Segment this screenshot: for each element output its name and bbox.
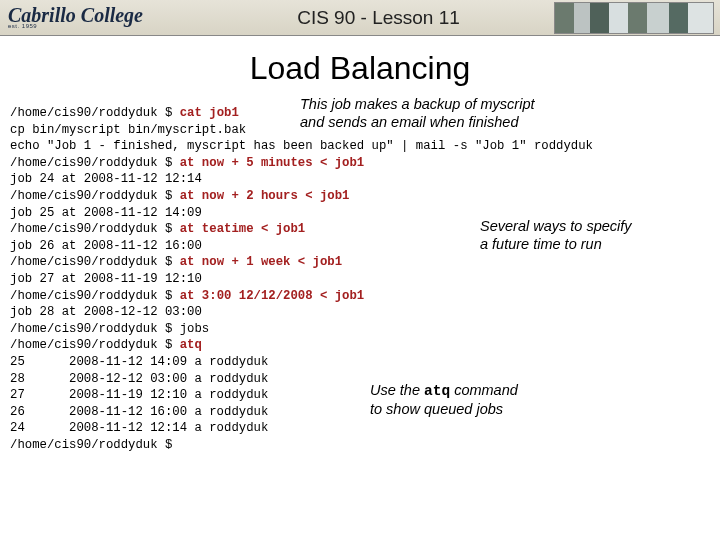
command: at now + 1 week < job1	[180, 255, 342, 269]
annotation-code: atq	[424, 383, 450, 399]
annotation-line: to show queued jobs	[370, 401, 503, 417]
terminal-line: /home/cis90/roddyduk $ jobs	[10, 322, 209, 336]
command: at now + 5 minutes < job1	[180, 156, 364, 170]
atq-row: 25 2008-11-12 14:09 a roddyduk	[10, 355, 268, 369]
annotation-line: This job makes a backup of myscript	[300, 96, 535, 112]
annotation-line: command	[450, 382, 518, 398]
annotation-line: Several ways to specify	[480, 218, 632, 234]
command: at now + 2 hours < job1	[180, 189, 350, 203]
atq-row: 26 2008-11-12 16:00 a roddyduk	[10, 405, 268, 419]
college-logo: Cabrillo College est. 1959	[0, 0, 157, 36]
command: cat job1	[180, 106, 239, 120]
prompt: /home/cis90/roddyduk $	[10, 189, 180, 203]
annotation-atq: Use the atq command to show queued jobs	[370, 381, 518, 418]
slide-header: Cabrillo College est. 1959 CIS 90 - Less…	[0, 0, 720, 36]
atq-row: 24 2008-11-12 12:14 a roddyduk	[10, 421, 268, 435]
terminal-line: job 26 at 2008-11-12 16:00	[10, 239, 202, 253]
annotation-line: and sends an email when finished	[300, 114, 518, 130]
command: at teatime < job1	[180, 222, 305, 236]
command: at 3:00 12/12/2008 < job1	[180, 289, 364, 303]
terminal-output: /home/cis90/roddyduk $ cat job1 cp bin/m…	[10, 105, 720, 453]
logo-text: Cabrillo College	[8, 7, 143, 23]
slide-title: Load Balancing	[0, 50, 720, 87]
prompt: /home/cis90/roddyduk $	[10, 106, 180, 120]
atq-row: 28 2008-12-12 03:00 a roddyduk	[10, 372, 268, 386]
prompt: /home/cis90/roddyduk $	[10, 338, 180, 352]
prompt: /home/cis90/roddyduk $	[10, 222, 180, 236]
prompt: /home/cis90/roddyduk $	[10, 255, 180, 269]
header-photo	[554, 2, 714, 34]
prompt: /home/cis90/roddyduk $	[10, 438, 180, 452]
terminal-line: job 27 at 2008-11-19 12:10	[10, 272, 202, 286]
annotation-backup: This job makes a backup of myscript and …	[300, 95, 535, 131]
terminal-line: job 28 at 2008-12-12 03:00	[10, 305, 202, 319]
terminal-line: echo "Job 1 - finished, myscript has bee…	[10, 139, 593, 153]
terminal-line: job 24 at 2008-11-12 12:14	[10, 172, 202, 186]
atq-row: 27 2008-11-19 12:10 a roddyduk	[10, 388, 268, 402]
terminal-area: This job makes a backup of myscript and …	[0, 105, 720, 453]
terminal-line: job 25 at 2008-11-12 14:09	[10, 206, 202, 220]
annotation-line: Use the	[370, 382, 424, 398]
command: atq	[180, 338, 202, 352]
prompt: /home/cis90/roddyduk $	[10, 156, 180, 170]
annotation-time-spec: Several ways to specify a future time to…	[480, 217, 632, 253]
terminal-line: cp bin/myscript bin/myscript.bak	[10, 123, 246, 137]
prompt: /home/cis90/roddyduk $	[10, 289, 180, 303]
annotation-line: a future time to run	[480, 236, 602, 252]
